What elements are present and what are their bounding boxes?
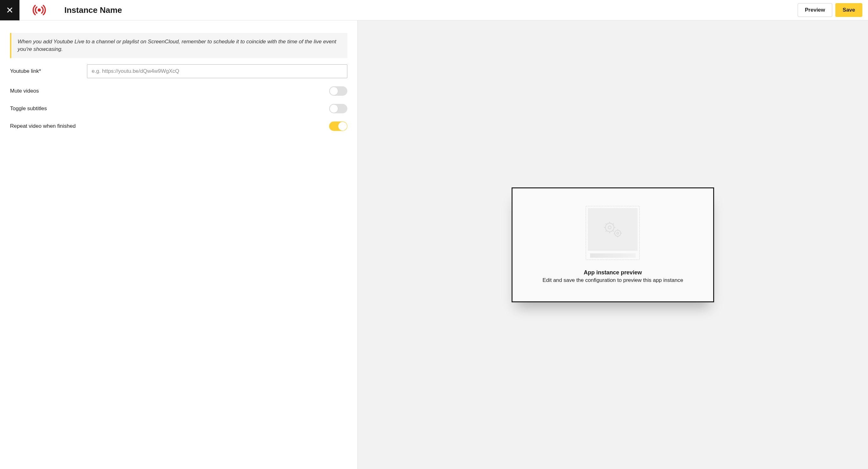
- mute-row: Mute videos: [10, 86, 347, 96]
- config-panel: When you add Youtube Live to a channel o…: [0, 21, 358, 469]
- mute-label: Mute videos: [10, 88, 87, 94]
- header-bar: Instance Name Preview Save: [0, 0, 868, 21]
- broadcast-icon: [32, 3, 46, 17]
- svg-point-3: [606, 223, 614, 232]
- subtitles-row: Toggle subtitles: [10, 104, 347, 113]
- toggle-knob: [330, 104, 338, 113]
- youtube-link-input[interactable]: [87, 64, 347, 78]
- svg-line-12: [613, 223, 614, 224]
- placeholder-bar: [590, 253, 636, 258]
- repeat-label: Repeat video when finished: [10, 123, 87, 129]
- instance-title[interactable]: Instance Name: [64, 5, 798, 15]
- repeat-toggle[interactable]: [329, 122, 347, 131]
- svg-point-4: [608, 226, 612, 229]
- svg-line-10: [613, 230, 614, 231]
- preview-button[interactable]: Preview: [798, 3, 832, 17]
- main-content: When you add Youtube Live to a channel o…: [0, 21, 868, 469]
- svg-point-13: [615, 230, 621, 236]
- info-callout: When you add Youtube Live to a channel o…: [10, 33, 347, 58]
- toggle-knob: [338, 122, 347, 131]
- close-button[interactable]: [0, 0, 20, 21]
- subtitles-label: Toggle subtitles: [10, 105, 87, 112]
- youtube-link-row: Youtube link*: [10, 64, 347, 78]
- mute-toggle[interactable]: [329, 86, 347, 96]
- save-button[interactable]: Save: [835, 3, 862, 17]
- svg-point-14: [617, 232, 619, 234]
- svg-line-9: [606, 223, 607, 224]
- close-icon: [6, 7, 13, 13]
- header-actions: Preview Save: [798, 3, 862, 17]
- placeholder-media-area: [588, 208, 638, 251]
- svg-point-2: [38, 8, 41, 11]
- preview-description: Edit and save the configuration to previ…: [542, 277, 683, 283]
- preview-placeholder-image: [586, 206, 640, 260]
- subtitles-toggle[interactable]: [329, 104, 347, 113]
- app-live-icon: [31, 3, 47, 17]
- preview-panel: App instance preview Edit and save the c…: [358, 21, 868, 469]
- svg-line-11: [606, 230, 607, 231]
- youtube-link-label: Youtube link*: [10, 68, 87, 74]
- preview-frame: App instance preview Edit and save the c…: [512, 187, 714, 302]
- toggle-knob: [330, 87, 338, 95]
- gears-icon: [600, 219, 625, 240]
- preview-title: App instance preview: [584, 269, 642, 276]
- repeat-row: Repeat video when finished: [10, 122, 347, 131]
